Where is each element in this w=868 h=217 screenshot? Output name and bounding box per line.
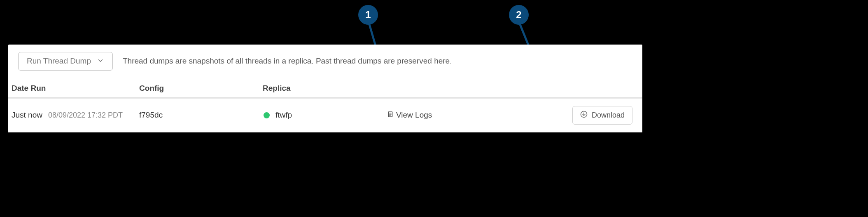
config-cell: f795dc [139, 111, 263, 120]
run-thread-dump-label: Run Thread Dump [27, 57, 91, 66]
table-row: Just now 08/09/2022 17:32 PDT f795dc ftw… [8, 99, 642, 132]
config-value: f795dc [139, 111, 163, 119]
replica-cell: ftwfp [263, 111, 387, 120]
thread-dumps-panel: Run Thread Dump Thread dumps are snapsho… [8, 45, 642, 132]
column-header-date: Date Run [12, 84, 139, 93]
date-run-relative: Just now [12, 111, 42, 120]
download-button[interactable]: Download [572, 106, 632, 125]
callout-badge-2-label: 2 [516, 9, 521, 21]
date-run-absolute: 08/09/2022 17:32 PDT [48, 111, 123, 120]
run-thread-dump-dropdown[interactable]: Run Thread Dump [18, 52, 113, 71]
status-dot-icon [264, 112, 270, 118]
chevron-down-icon [97, 57, 104, 66]
document-icon [387, 110, 394, 120]
thread-dumps-table: Date Run Config Replica Just now 08/09/2… [8, 78, 642, 132]
panel-header: Run Thread Dump Thread dumps are snapsho… [8, 45, 642, 78]
replica-name: ftwfp [275, 111, 292, 120]
callout-badge-2: 2 [509, 5, 529, 25]
panel-description: Thread dumps are snapshots of all thread… [123, 56, 452, 67]
table-header: Date Run Config Replica [8, 78, 642, 99]
download-icon [580, 111, 588, 120]
view-logs-link[interactable]: View Logs [387, 110, 432, 120]
download-cell: Download [562, 106, 632, 125]
view-logs-label: View Logs [396, 111, 432, 120]
callout-badge-1-label: 1 [365, 9, 371, 21]
download-label: Download [592, 111, 625, 120]
column-header-replica: Replica [263, 84, 386, 93]
callout-badge-1: 1 [358, 5, 378, 25]
date-run-cell: Just now 08/09/2022 17:32 PDT [12, 111, 139, 120]
column-header-config: Config [139, 84, 263, 93]
view-logs-cell: View Logs [387, 110, 511, 120]
